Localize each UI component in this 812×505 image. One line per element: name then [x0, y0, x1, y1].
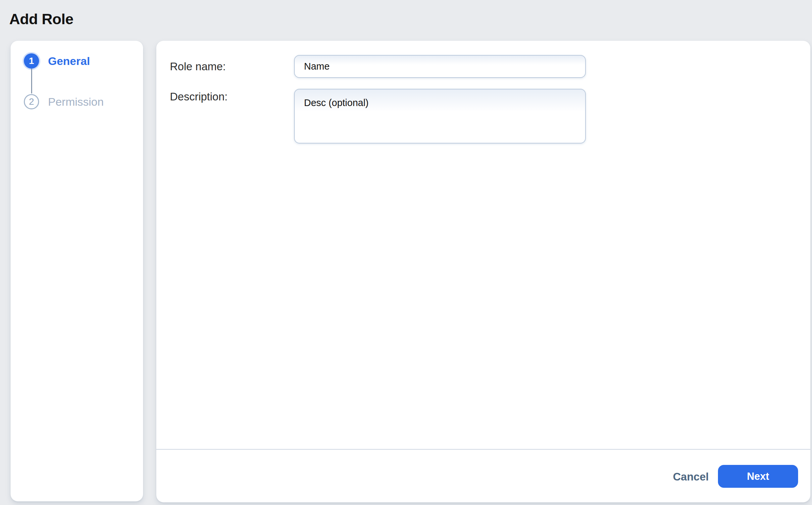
- footer-divider: [156, 449, 810, 450]
- step-1-label: General: [48, 55, 90, 67]
- description-label: Description:: [170, 89, 228, 105]
- step-1-circle[interactable]: 1: [24, 53, 39, 68]
- step-2-circle[interactable]: 2: [24, 94, 39, 109]
- general-form-card: Role name: Description: Desc (optional) …: [156, 41, 810, 502]
- role-name-label: Role name:: [170, 55, 226, 78]
- add-role-page: Add Role 1 General 2 Permission Role nam…: [0, 0, 812, 505]
- step-connector-line: [31, 68, 32, 94]
- stepper-sidebar: 1 General 2 Permission: [11, 41, 143, 501]
- step-2-label: Permission: [48, 96, 104, 108]
- step-item-general[interactable]: 1 General: [24, 53, 90, 68]
- cancel-button[interactable]: Cancel: [666, 468, 715, 485]
- page-title: Add Role: [9, 11, 73, 28]
- step-item-permission[interactable]: 2 Permission: [24, 94, 104, 109]
- next-button[interactable]: Next: [718, 465, 798, 488]
- role-name-input[interactable]: [294, 55, 586, 78]
- description-textarea[interactable]: Desc (optional): [294, 89, 586, 144]
